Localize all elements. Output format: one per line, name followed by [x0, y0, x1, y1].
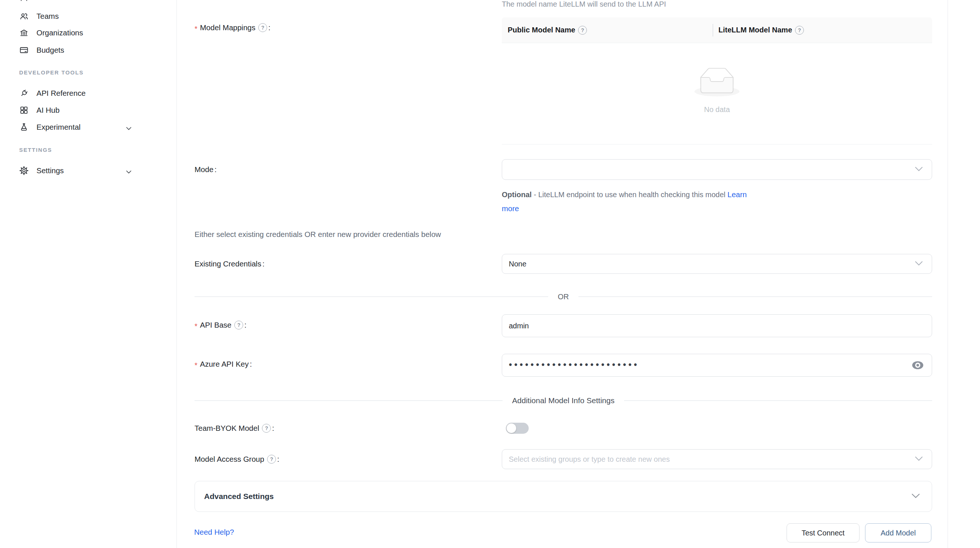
chevron-down-icon: [912, 493, 920, 500]
sidebar-section-developer-tools: DEVELOPER TOOLS: [19, 69, 84, 76]
chevron-down-icon[interactable]: [126, 125, 132, 129]
help-circle-icon[interactable]: ?: [267, 455, 276, 464]
help-circle-icon[interactable]: ?: [262, 424, 271, 433]
azure-api-key-label: * Azure API Key :: [194, 358, 252, 370]
azure-api-key-input[interactable]: ••••••••••••••••••••••••: [502, 354, 932, 377]
mode-select[interactable]: [502, 159, 932, 180]
masked-password-value: ••••••••••••••••••••••••: [502, 359, 639, 370]
litellm-model-name-helper: The model name LiteLLM will send to the …: [502, 0, 666, 8]
api-base-input[interactable]: admin: [502, 314, 932, 337]
credentials-note: Either select existing credentials OR en…: [194, 230, 441, 239]
sidebar-item-label: Settings: [37, 166, 64, 175]
mode-helper-text: Optional - LiteLLM endpoint to use when …: [502, 188, 834, 216]
help-circle-icon[interactable]: ?: [795, 26, 804, 35]
model-access-group-label: Model Access Group ? :: [194, 454, 279, 465]
required-asterisk: *: [194, 25, 197, 33]
model-mappings-label: * Model Mappings ? :: [194, 22, 270, 33]
existing-credentials-select[interactable]: None: [502, 254, 932, 274]
existing-credentials-label: Existing Credentials:: [194, 258, 264, 269]
help-circle-icon[interactable]: ?: [258, 23, 267, 32]
chevron-down-icon[interactable]: [126, 169, 132, 173]
required-asterisk: *: [194, 322, 197, 331]
team-byok-toggle[interactable]: [506, 423, 529, 434]
grid-icon: [19, 105, 29, 115]
gear-icon: [19, 166, 29, 175]
column-header-public-model-name: Public Model Name ?: [502, 26, 713, 35]
sidebar-item-internal-users[interactable]: Internal Users: [19, 0, 84, 5]
required-asterisk: *: [194, 361, 197, 370]
help-circle-icon[interactable]: ?: [578, 26, 587, 35]
add-model-form: The model name LiteLLM will send to the …: [177, 0, 948, 548]
sidebar-item-label: API Reference: [37, 89, 86, 98]
sidebar-item-budgets[interactable]: Budgets: [19, 43, 64, 57]
column-header-litellm-model-name: LiteLLM Model Name ?: [713, 26, 804, 35]
empty-box-icon: [694, 67, 740, 97]
teams-icon: [19, 11, 29, 21]
sidebar-item-label: Internal Users: [37, 0, 84, 2]
user-icon: [19, 0, 29, 2]
or-divider: OR: [194, 292, 932, 302]
chevron-down-icon: [915, 261, 923, 267]
api-base-label: * API Base ? :: [194, 320, 247, 331]
sidebar-item-label: Budgets: [37, 46, 64, 54]
sidebar-item-organizations[interactable]: Organizations: [19, 25, 83, 40]
chevron-down-icon: [915, 166, 923, 173]
add-model-button[interactable]: Add Model: [865, 523, 931, 542]
learn-more-link[interactable]: more: [502, 204, 519, 213]
table-header-row: Public Model Name ? LiteLLM Model Name ?: [502, 18, 932, 43]
team-byok-label: Team-BYOK Model ? :: [194, 423, 274, 434]
credit-card-icon: [19, 45, 29, 55]
model-access-group-select[interactable]: Select existing groups or type to create…: [502, 449, 932, 469]
empty-state: No data: [502, 43, 932, 144]
additional-settings-divider: Additional Model Info Settings: [194, 395, 932, 406]
sidebar-item-settings[interactable]: Settings: [19, 163, 64, 178]
learn-more-link[interactable]: Learn: [728, 190, 747, 199]
sidebar-item-label: Experimental: [37, 123, 81, 132]
chevron-down-icon: [915, 456, 923, 462]
help-circle-icon[interactable]: ?: [234, 321, 243, 330]
toggle-knob: [507, 424, 516, 433]
sidebar-item-label: AI Hub: [37, 106, 60, 115]
eye-icon[interactable]: [912, 361, 924, 370]
sidebar-item-label: Organizations: [37, 29, 83, 37]
sidebar-item-label: Teams: [37, 12, 59, 21]
sidebar-item-ai-hub[interactable]: AI Hub: [19, 103, 60, 118]
test-connect-button[interactable]: Test Connect: [787, 523, 859, 542]
mode-label: Mode:: [194, 164, 216, 175]
need-help-link[interactable]: Need Help?: [194, 528, 234, 537]
flask-icon: [19, 123, 29, 132]
model-mappings-table: Public Model Name ? LiteLLM Model Name ?: [502, 18, 932, 145]
sidebar-item-experimental[interactable]: Experimental: [19, 120, 81, 134]
api-plug-icon: [19, 88, 29, 98]
sidebar: Internal Users Teams Organizations Budge…: [0, 0, 177, 548]
advanced-settings-title: Advanced Settings: [204, 492, 274, 501]
no-data-text: No data: [704, 105, 730, 114]
select-placeholder: Select existing groups or type to create…: [502, 455, 670, 464]
bank-icon: [19, 28, 29, 38]
selected-value: None: [502, 260, 527, 268]
sidebar-item-teams[interactable]: Teams: [19, 9, 59, 24]
sidebar-item-api-reference[interactable]: API Reference: [19, 86, 86, 100]
input-value: admin: [502, 322, 529, 330]
column-divider: [713, 24, 713, 37]
advanced-settings-panel[interactable]: Advanced Settings: [194, 481, 932, 512]
sidebar-section-settings: SETTINGS: [19, 147, 52, 153]
